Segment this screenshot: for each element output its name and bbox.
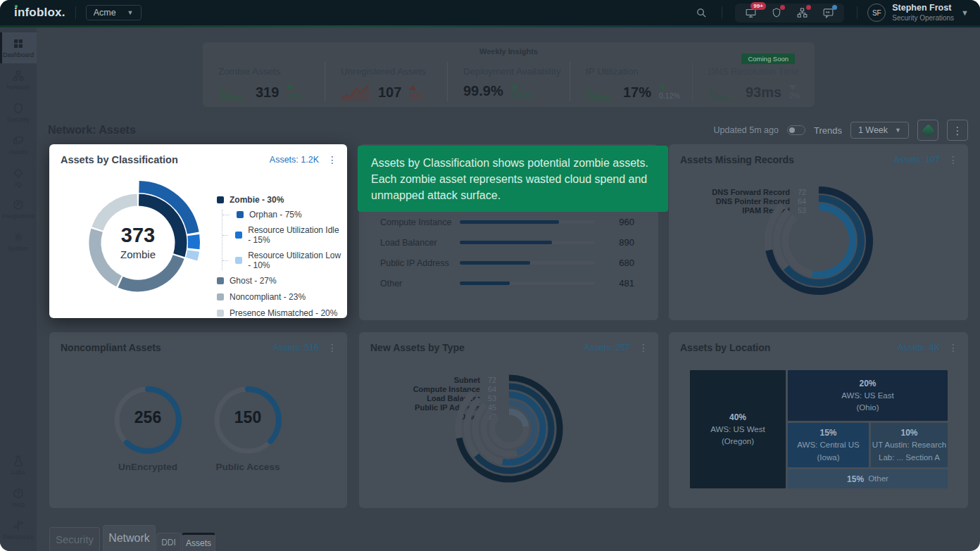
assets-count-link[interactable]: Assets: 4K	[898, 343, 940, 353]
security-status-icon[interactable]	[771, 7, 782, 18]
org-selector[interactable]: Acme▼	[86, 5, 142, 20]
public-access-gauge[interactable]: 150	[209, 381, 287, 459]
divider	[857, 6, 857, 19]
sidebar-item-resources[interactable]: Resources	[0, 514, 37, 545]
gear-icon	[12, 231, 25, 243]
chevron-down-icon: ▼	[895, 127, 901, 134]
trends-toggle[interactable]	[787, 125, 805, 135]
stat-deployment-availability[interactable]: Deployment Availability 99.9% 0.01%	[447, 62, 570, 101]
tab-assets[interactable]: Assets	[182, 533, 215, 551]
weekly-insights-title: Weekly Insights	[203, 47, 815, 56]
sidebar-item-help[interactable]: Help	[0, 482, 37, 513]
kebab-menu-icon[interactable]: ⋮	[327, 155, 337, 165]
stat-dns-resolution-time[interactable]: DNS Resolution Time 93ms 2%	[692, 62, 815, 101]
left-sidebar: Dashboard Network Security Assets IQ Int…	[0, 25, 37, 551]
tab-ddi[interactable]: DDI	[156, 533, 181, 551]
infoblox-logo: infoblox.	[14, 6, 65, 20]
assets-count-link[interactable]: Assets: 107	[894, 155, 940, 165]
treemap-block[interactable]: 10% UT Austin: Research Lab: ... Section…	[871, 423, 948, 467]
status-dot	[832, 5, 837, 10]
kebab-menu-icon[interactable]: ⋮	[948, 155, 958, 165]
sparkline-down	[218, 83, 249, 101]
stat-zombie-assets[interactable]: Zombie Assets 319 10%	[203, 62, 325, 101]
assets-icon	[12, 134, 25, 147]
divider	[75, 6, 76, 19]
treemap-block[interactable]: 15% AWS: Central US (Iowa)	[788, 423, 869, 467]
kebab-menu-icon[interactable]: ⋮	[327, 343, 337, 353]
sidebar-item-labs[interactable]: Labs	[0, 450, 37, 481]
logo-dot-icon	[15, 5, 18, 8]
updated-timestamp: Updated 5m ago	[714, 125, 779, 135]
weekly-insights-panel: Weekly Insights Coming Soon Zombie Asset…	[203, 42, 815, 107]
kebab-menu-icon[interactable]: ⋮	[639, 343, 648, 353]
location-treemap: 40% AWS: US West (Oregon) 20% AWS: US Ea…	[690, 370, 948, 488]
legend-item[interactable]: Resource Utilization Low - 10%	[222, 251, 344, 270]
network-status-icon[interactable]	[796, 7, 808, 19]
notification-icon-panel: 99+	[735, 4, 844, 23]
navbar-accent-line	[0, 25, 980, 27]
treemap-block[interactable]: 20% AWS: US East (Ohio)	[788, 370, 948, 421]
card-title: Assets by Location	[680, 342, 770, 353]
bar-row[interactable]: Load Balancer 890	[359, 232, 658, 253]
donut-legend: Zombie - 30% Orphan - 75% Resource Utili…	[217, 195, 344, 324]
section-menu-button[interactable]: ⋮	[947, 120, 968, 141]
stat-ip-utilization[interactable]: IP Utilization 17% 0.12%	[570, 62, 692, 101]
shield-icon	[12, 102, 25, 115]
bar-row[interactable]: Public IP Address 680	[359, 253, 658, 273]
treemap-block[interactable]: 40% AWS: US West (Oregon)	[690, 370, 786, 488]
assets-count-link[interactable]: Assets: 1.2K	[270, 155, 319, 165]
sidebar-item-assets[interactable]: Assets	[0, 129, 37, 160]
ai-assistant-button[interactable]	[917, 120, 938, 141]
tab-security[interactable]: Security	[49, 527, 100, 551]
legend-item[interactable]: Orphan - 75%	[222, 210, 344, 220]
tab-network[interactable]: Network	[103, 525, 156, 551]
user-name: Stephen Frost	[892, 3, 954, 14]
radial-bar-chart[interactable]	[762, 184, 875, 297]
card-title: New Assets by Type	[370, 342, 465, 353]
kebab-menu-icon[interactable]: ⋮	[948, 343, 958, 353]
sparkline-down	[586, 83, 617, 101]
infoblox-dashboard: infoblox. Acme▼ 99+	[0, 0, 980, 551]
sidebar-item-security[interactable]: Security	[0, 97, 37, 128]
alerts-count-badge: 99+	[750, 2, 766, 11]
flask-icon	[12, 455, 25, 467]
chat-icon[interactable]	[822, 7, 834, 19]
bar-row[interactable]: Other 481	[359, 273, 658, 293]
trend-down-icon	[287, 85, 294, 90]
classification-donut-chart[interactable]: 373 Zombie	[59, 164, 217, 322]
bar-chart: Compute Instance 960 Load Balancer 890 P…	[359, 212, 658, 293]
unencrypted-gauge[interactable]: 256	[109, 381, 187, 459]
legend-item[interactable]: Noncompliant - 23%	[217, 292, 344, 302]
kebab-menu-icon: ⋮	[953, 125, 963, 136]
integrations-icon	[12, 198, 25, 211]
sidebar-item-network[interactable]: Network	[0, 65, 37, 96]
legend-item[interactable]: Presence Mismatched - 20%	[217, 308, 344, 318]
new-assets-by-type-card: New Assets by Type Assets: 257 ⋮ Subnet7…	[359, 332, 658, 508]
trend-down-icon	[659, 85, 666, 90]
signpost-icon	[12, 519, 25, 532]
sidebar-item-dashboard[interactable]: Dashboard	[0, 32, 37, 63]
status-dot	[780, 5, 785, 10]
chevron-down-icon[interactable]: ▼	[961, 8, 969, 17]
avatar[interactable]: SF	[867, 4, 886, 22]
treemap-block[interactable]: 15% Other	[788, 469, 948, 488]
legend-item[interactable]: Zombie - 30%	[217, 195, 344, 205]
radial-bar-chart[interactable]	[453, 372, 565, 485]
assets-count-link[interactable]: Assets: 516	[273, 343, 319, 353]
sidebar-item-system[interactable]: System	[0, 226, 37, 257]
search-icon[interactable]	[696, 7, 708, 19]
stat-unregistered-assets[interactable]: Unregistered Assets 107 10%	[325, 62, 447, 101]
bar-row[interactable]: Compute Instance 960	[359, 212, 658, 232]
alerts-icon[interactable]: 99+	[745, 7, 757, 19]
user-info[interactable]: Stephen Frost Security Operations	[892, 3, 954, 23]
period-dropdown[interactable]: 1 Week▼	[850, 122, 909, 139]
legend-item[interactable]: Ghost - 27%	[217, 276, 344, 286]
trends-label: Trends	[814, 125, 842, 136]
sidebar-item-integrations[interactable]: Integrations	[0, 194, 37, 224]
sidebar-item-iq[interactable]: IQ	[0, 162, 37, 193]
trend-up-icon	[409, 85, 416, 90]
chevron-down-icon: ▼	[127, 9, 134, 16]
assets-count-link[interactable]: Assets: 257	[584, 343, 630, 353]
legend-item[interactable]: Resource Utilization Idle - 15%	[222, 225, 344, 245]
sparkline-up	[341, 83, 372, 101]
